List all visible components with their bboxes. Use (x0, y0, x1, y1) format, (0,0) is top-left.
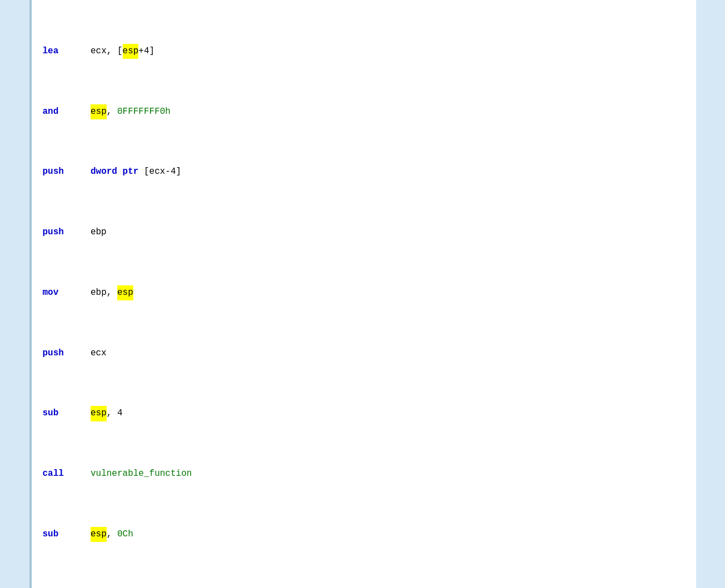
line-push-ebp: push ebp (43, 225, 679, 240)
assembly-listing: ; int __cdecl main(int argc, const char … (43, 0, 679, 588)
line-push-dword: push dword ptr [ecx-4] (43, 164, 679, 179)
highlight-esp-1: esp (123, 44, 139, 59)
line-push-ecx: push ecx (43, 346, 679, 361)
line-sub-esp-4: sub esp, 4 (43, 406, 679, 421)
highlight-esp-3: esp (117, 285, 133, 300)
line-lea-ecx: lea ecx, [esp+4] (43, 44, 679, 59)
highlight-esp-4: esp (91, 406, 107, 421)
code-panel: ; int __cdecl main(int argc, const char … (29, 0, 696, 588)
line-call-vuln: call vulnerable_function (43, 466, 679, 481)
highlight-esp-5: esp (91, 527, 107, 542)
highlight-esp-2: esp (91, 104, 107, 119)
line-and-esp: and esp, 0FFFFFFF0h (43, 104, 679, 119)
line-sub-esp-0ch: sub esp, 0Ch (43, 527, 679, 542)
line-mov-ebp-esp: mov ebp, esp (43, 285, 679, 300)
